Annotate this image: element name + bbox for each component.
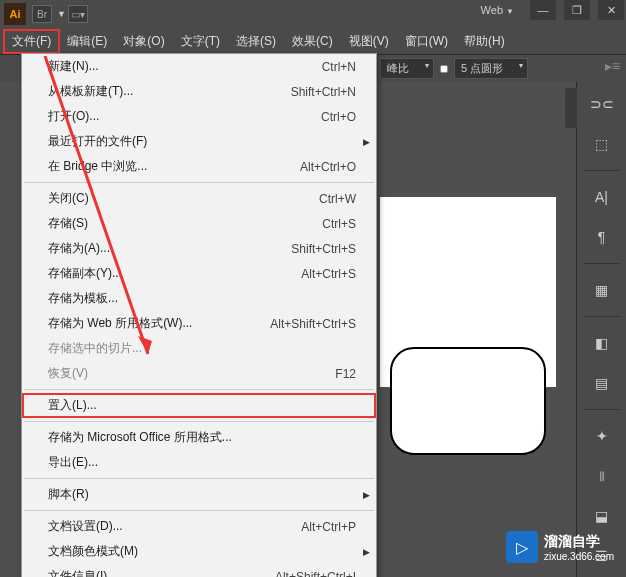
watermark-title: 溜溜自学: [544, 533, 614, 551]
menu-item[interactable]: 脚本(R): [22, 482, 376, 507]
menu-object[interactable]: 对象(O): [115, 30, 172, 53]
menu-item-label: 存储副本(Y)...: [48, 265, 122, 282]
menu-item-shortcut: Alt+Shift+Ctrl+S: [270, 317, 356, 331]
menu-item[interactable]: 文档颜色模式(M): [22, 539, 376, 564]
restore-button[interactable]: ❐: [564, 0, 590, 20]
menu-item-label: 存储为 Web 所用格式(W)...: [48, 315, 192, 332]
align-icon[interactable]: ⫴: [590, 464, 614, 488]
panel-separator: [584, 263, 620, 264]
menu-item-shortcut: Ctrl+W: [319, 192, 356, 206]
menu-item-label: 最近打开的文件(F): [48, 133, 147, 150]
workspace-label[interactable]: Web ▼: [481, 4, 514, 16]
menu-item-shortcut: Alt+Ctrl+S: [301, 267, 356, 281]
close-button[interactable]: ✕: [598, 0, 624, 20]
menu-item-label: 文档设置(D)...: [48, 518, 123, 535]
menu-item-label: 存储为(A)...: [48, 240, 110, 257]
panel-separator: [584, 409, 620, 410]
panel-separator: [584, 170, 620, 171]
panel-separator: [584, 316, 620, 317]
menu-item[interactable]: 从模板新建(T)...Shift+Ctrl+N: [22, 79, 376, 104]
menu-item[interactable]: 存储为 Microsoft Office 所用格式...: [22, 425, 376, 450]
right-panel: ⊃⊂ ⬚ A| ¶ ▦ ◧ ▤ ✦ ⫴ ⬓ ☰: [576, 82, 626, 577]
menu-item-label: 存储选中的切片...: [48, 340, 142, 357]
file-menu-dropdown: 新建(N)...Ctrl+N从模板新建(T)...Shift+Ctrl+N打开(…: [21, 53, 377, 577]
menu-item-label: 文档颜色模式(M): [48, 543, 138, 560]
menu-item-shortcut: Ctrl+O: [321, 110, 356, 124]
prefs-select[interactable]: 峰比▾: [380, 58, 434, 79]
menu-effect[interactable]: 效果(C): [284, 30, 341, 53]
menu-item-label: 从模板新建(T)...: [48, 83, 133, 100]
menu-item-shortcut: Alt+Shift+Ctrl+I: [275, 570, 356, 578]
layout-icon[interactable]: ▭▾: [68, 5, 88, 23]
menu-item-shortcut: Ctrl+S: [322, 217, 356, 231]
menu-file[interactable]: 文件(F): [4, 30, 59, 53]
character-icon[interactable]: A|: [590, 185, 614, 209]
menu-item[interactable]: 新建(N)...Ctrl+N: [22, 54, 376, 79]
menu-item[interactable]: 存储为 Web 所用格式(W)...Alt+Shift+Ctrl+S: [22, 311, 376, 336]
menu-view[interactable]: 视图(V): [341, 30, 397, 53]
menu-separator: [24, 182, 374, 183]
menu-item[interactable]: 最近打开的文件(F): [22, 129, 376, 154]
menu-item-label: 导出(E)...: [48, 454, 98, 471]
menu-item[interactable]: 打开(O)...Ctrl+O: [22, 104, 376, 129]
menu-item[interactable]: 置入(L)...: [22, 393, 376, 418]
menu-item[interactable]: 导出(E)...: [22, 450, 376, 475]
panel-options-icon[interactable]: ▸≡: [605, 58, 620, 74]
menubar: 文件(F) 编辑(E) 对象(O) 文字(T) 选择(S) 效果(C) 视图(V…: [0, 28, 626, 54]
menu-window[interactable]: 窗口(W): [397, 30, 456, 53]
menu-item: 存储选中的切片...: [22, 336, 376, 361]
menu-item-label: 存储为 Microsoft Office 所用格式...: [48, 429, 232, 446]
app-icon: Ai: [4, 3, 26, 25]
titlebar-dropdown[interactable]: ▼: [57, 9, 66, 19]
menu-item[interactable]: 存储副本(Y)...Alt+Ctrl+S: [22, 261, 376, 286]
menu-item-shortcut: Shift+Ctrl+N: [291, 85, 356, 99]
menu-item[interactable]: 文档设置(D)...Alt+Ctrl+P: [22, 514, 376, 539]
menu-separator: [24, 510, 374, 511]
menu-item-label: 脚本(R): [48, 486, 89, 503]
bridge-icon[interactable]: Br: [32, 5, 52, 23]
menu-edit[interactable]: 编辑(E): [59, 30, 115, 53]
menu-item-label: 在 Bridge 中浏览...: [48, 158, 147, 175]
menu-item-label: 存储为模板...: [48, 290, 118, 307]
menu-type[interactable]: 文字(T): [173, 30, 228, 53]
symbols-icon[interactable]: ✦: [590, 424, 614, 448]
menu-separator: [24, 478, 374, 479]
link-icon[interactable]: ⊃⊂: [590, 92, 614, 116]
menu-item-label: 打开(O)...: [48, 108, 99, 125]
menu-item-label: 新建(N)...: [48, 58, 99, 75]
menu-item-label: 存储(S): [48, 215, 88, 232]
menu-help[interactable]: 帮助(H): [456, 30, 513, 53]
color-icon[interactable]: ◧: [590, 331, 614, 355]
menu-item[interactable]: 存储为模板...: [22, 286, 376, 311]
panel-collapse-tab[interactable]: [565, 88, 577, 128]
menu-item-shortcut: Alt+Ctrl+P: [301, 520, 356, 534]
menu-item-shortcut: Shift+Ctrl+S: [291, 242, 356, 256]
minimize-button[interactable]: —: [530, 0, 556, 20]
menu-item-shortcut: Ctrl+N: [322, 60, 356, 74]
menu-separator: [24, 389, 374, 390]
menu-item-label: 文件信息(I)...: [48, 568, 117, 577]
watermark: ▷ 溜溜自学 zixue.3d66.com: [506, 531, 614, 563]
menu-separator: [24, 421, 374, 422]
gradient-icon[interactable]: ▦: [590, 278, 614, 302]
menu-item-shortcut: F12: [335, 367, 356, 381]
watermark-url: zixue.3d66.com: [544, 551, 614, 562]
menu-item[interactable]: 存储为(A)...Shift+Ctrl+S: [22, 236, 376, 261]
menu-item-label: 恢复(V): [48, 365, 88, 382]
menu-item[interactable]: 文件信息(I)...Alt+Shift+Ctrl+I: [22, 564, 376, 577]
menu-item[interactable]: 存储(S)Ctrl+S: [22, 211, 376, 236]
swatches-icon[interactable]: ▤: [590, 371, 614, 395]
color-swatch[interactable]: [440, 65, 448, 73]
stroke-select[interactable]: 5 点圆形▾: [454, 58, 528, 79]
paragraph-icon[interactable]: ¶: [590, 225, 614, 249]
menu-item[interactable]: 关闭(C)Ctrl+W: [22, 186, 376, 211]
menu-item-label: 置入(L)...: [48, 397, 97, 414]
rounded-rect-shape[interactable]: [390, 347, 546, 455]
transform-icon[interactable]: ⬚: [590, 132, 614, 156]
menu-item: 恢复(V)F12: [22, 361, 376, 386]
menu-select[interactable]: 选择(S): [228, 30, 284, 53]
watermark-logo-icon: ▷: [506, 531, 538, 563]
menu-item-label: 关闭(C): [48, 190, 89, 207]
menu-item[interactable]: 在 Bridge 中浏览...Alt+Ctrl+O: [22, 154, 376, 179]
pathfinder-icon[interactable]: ⬓: [590, 504, 614, 528]
